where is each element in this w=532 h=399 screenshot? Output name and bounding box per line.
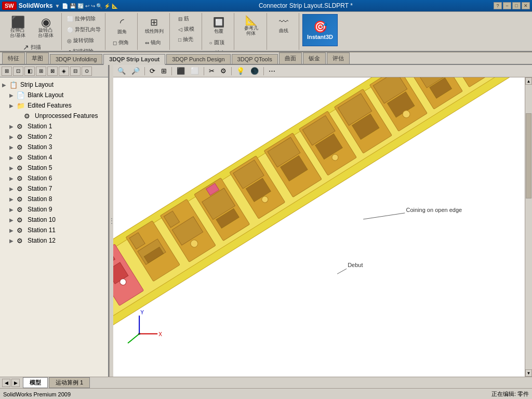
item-icon: ⚙ (17, 195, 26, 203)
revolve-cut-btn[interactable]: ◎ 旋转切除 (65, 36, 103, 45)
lp-btn-6[interactable]: ◈ (59, 66, 69, 76)
section-view-btn[interactable]: ✂ (207, 66, 217, 76)
nav-arrows: ◀ ▶ (2, 379, 20, 387)
reference-btn[interactable]: 📐 参考几何体 (237, 14, 264, 37)
lp-btn-5[interactable]: ⊠ (47, 66, 58, 76)
tree-item-2[interactable]: ▶ 📁 Edited Features (0, 100, 108, 111)
tree-item-0[interactable]: ▶ 📋 Strip Layout (0, 79, 108, 90)
scroll-up-btn[interactable]: ▲ (525, 77, 532, 85)
tree-item-5[interactable]: ▶ ⚙ Station 2 (0, 131, 108, 142)
extrude-cut-btn[interactable]: ⬜ 拉伸切除 (65, 14, 103, 23)
fillet-icon: ◜ (120, 16, 124, 29)
realview-btn[interactable]: 💡 (234, 66, 247, 76)
tree-item-10[interactable]: ▶ ⚙ Station 7 (0, 183, 108, 194)
lp-btn-2[interactable]: ⊡ (13, 66, 23, 76)
tree-item-4[interactable]: ▶ ⚙ Station 1 (0, 121, 108, 131)
ribbon-group-curves: 〰 曲线 (268, 13, 299, 50)
draft-btn[interactable]: ◁ 拔模 (176, 24, 196, 34)
tree-item-12[interactable]: ▶ ⚙ Station 9 (0, 204, 108, 215)
mirror2-btn[interactable]: ⇔ 镜向 (207, 48, 230, 52)
fillet-btn[interactable]: ◜ 圆角 (111, 14, 134, 37)
display-style-2-btn[interactable]: ⬜ (189, 66, 201, 76)
minimize-button[interactable]: − (503, 2, 511, 9)
tree-item-15[interactable]: ▶ ⚙ Station 12 (0, 235, 108, 246)
bottom-tab-1[interactable]: 运动算例 1 (49, 377, 90, 388)
lp-btn-4[interactable]: ⊞ (36, 66, 46, 76)
close-button[interactable]: ✕ (522, 2, 530, 9)
reference-icon: 📐 (245, 15, 257, 26)
tree-item-3[interactable]: ⚙ Unprocessed Features (0, 111, 108, 121)
shadows-btn[interactable]: 🌑 (248, 66, 261, 76)
tab-评估[interactable]: 评估 (327, 52, 350, 64)
nav-right-btn[interactable]: ▶ (11, 379, 20, 387)
previous-view-btn[interactable]: ⟳ (148, 66, 157, 76)
mirror-btn[interactable]: ⇔ 镜向 (143, 38, 166, 47)
sweep-btn[interactable]: ↗ 扫描 (21, 42, 43, 52)
instant3d-btn[interactable]: 🎯 Instant3D (302, 14, 338, 46)
pattern-btns: ⊞ 线性阵列 ⇔ 镜向 (143, 14, 166, 47)
sweep-cut-icon: ↗ (67, 49, 71, 52)
instant3d-icon: 🎯 (313, 20, 327, 34)
item-label: Station 3 (28, 143, 52, 151)
lp-btn-1[interactable]: ⊞ (2, 66, 12, 76)
tree-item-7[interactable]: ▶ ⚙ Station 4 (0, 152, 108, 163)
scroll-thumb[interactable] (526, 113, 531, 198)
scroll-down-btn[interactable]: ▼ (525, 369, 532, 377)
tree-item-11[interactable]: ▶ ⚙ Station 8 (0, 194, 108, 204)
tree-item-13[interactable]: ▶ ⚙ Station 10 (0, 215, 108, 225)
expand-icon: ▶ (9, 238, 17, 244)
tree-item-8[interactable]: ▶ ⚙ Station 5 (0, 163, 108, 173)
tab-钣金[interactable]: 钣金 (303, 52, 326, 64)
view-orient-btn[interactable]: ⊞ (159, 66, 169, 76)
tree-item-9[interactable]: ▶ ⚙ Station 6 (0, 173, 108, 183)
rib-btn[interactable]: ⊟ 筋 (176, 14, 196, 23)
shell-btn[interactable]: □ 抽壳 (176, 35, 196, 44)
svg-text:X: X (158, 331, 162, 337)
item-icon: ⚙ (17, 133, 26, 141)
item-label: Edited Features (28, 102, 72, 109)
restore-button[interactable]: □ (512, 2, 521, 9)
tree-item-6[interactable]: ▶ ⚙ Station 3 (0, 142, 108, 152)
expand-icon: ▶ (9, 144, 17, 150)
resize-handle[interactable] (109, 65, 113, 377)
lp-btn-7[interactable]: ⊟ (70, 66, 81, 76)
wrap-btn[interactable]: 🔲 包覆 (207, 14, 230, 37)
extrude-boss-btn[interactable]: ⬛ 拉伸凸台/基体 (4, 14, 31, 41)
more-btn[interactable]: ⋯ (267, 66, 277, 76)
tree-item-1[interactable]: ▶ 📄 Blank Layout (0, 90, 108, 100)
view-settings-btn[interactable]: ⚙ (218, 66, 229, 76)
tab-3dqp-qtools[interactable]: 3DQP QTools (232, 54, 278, 64)
linear-pattern-label: 线性阵列 (145, 28, 164, 35)
display-style-btn[interactable]: ⬛ (175, 66, 187, 76)
tab-曲面[interactable]: 曲面 (279, 52, 302, 64)
item-icon: ⚙ (17, 123, 26, 130)
bottom-tab-0[interactable]: 模型 (23, 377, 48, 388)
shell-label: 抽壳 (183, 36, 193, 43)
fillet-label: 圆角 (117, 29, 127, 35)
canvas-area[interactable]: Coining on open edge Debut Y X (113, 77, 525, 377)
lp-btn-3[interactable]: ◧ (24, 66, 35, 76)
tab-草图[interactable]: 草图 (26, 52, 49, 64)
sweep-cut-btn[interactable]: ↗ 扫描切除 (65, 47, 103, 52)
tree-item-14[interactable]: ▶ ⚙ Station 11 (0, 225, 108, 235)
revolve-label: 旋转凸台/基体 (38, 28, 54, 38)
tab-3dqp-strip-layout[interactable]: 3DQP Strip Layout (103, 54, 165, 65)
vertical-scrollbar[interactable]: ▲ ▼ (525, 77, 532, 377)
nav-left-btn[interactable]: ◀ (2, 379, 10, 387)
tab-3dqp-unfolding[interactable]: 3DQP Unfolding (50, 54, 102, 64)
zoom-in-btn[interactable]: 🔎 (129, 66, 142, 76)
window-controls[interactable]: ? − □ ✕ (494, 2, 530, 9)
hole-wizard-btn[interactable]: ⚪ 异型孔向导 (65, 25, 103, 34)
chamfer-btn[interactable]: ◻ 倒角 (111, 38, 134, 47)
scroll-track[interactable] (525, 85, 532, 369)
zoom-to-fit-btn[interactable]: 🔍 (115, 66, 128, 76)
tab-特征[interactable]: 特征 (2, 52, 25, 64)
sweep-label: 扫描 (31, 44, 41, 51)
tab-3dqp-punch-design[interactable]: 3DQP Punch Design (166, 54, 230, 64)
linear-pattern-btn[interactable]: ⊞ 线性阵列 (143, 14, 166, 37)
lp-btn-8[interactable]: ⊙ (82, 66, 92, 76)
curves-btn[interactable]: 〰 曲线 (272, 14, 295, 37)
round-btn[interactable]: ○ 圆顶 (207, 38, 230, 47)
revolve-boss-btn[interactable]: ◉ 旋转凸台/基体 (32, 14, 59, 41)
help-button[interactable]: ? (494, 2, 502, 9)
